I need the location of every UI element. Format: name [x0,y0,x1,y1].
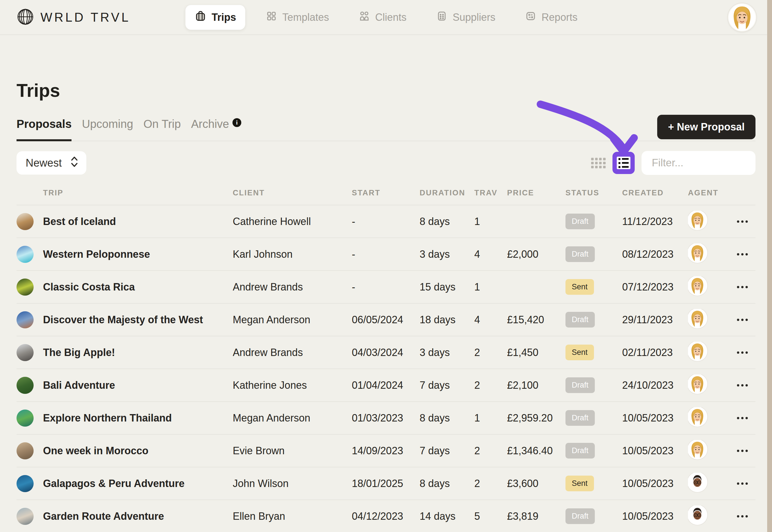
trips-table: TRIP CLIENT START DURATION TRAV PRICE ST… [17,179,755,532]
duration: 14 days [420,510,474,522]
row-menu-button[interactable] [737,319,755,321]
client-name: Katherine Jones [233,379,352,391]
trip-thumbnail [17,279,34,296]
created-date: 24/10/2023 [622,379,688,391]
table-row[interactable]: Classic Costa Rica Andrew Brands - 15 da… [17,271,755,304]
status-badge: Draft [565,246,595,262]
table-row[interactable]: The Big Apple! Andrew Brands 04/03/2024 … [17,336,755,369]
nav-item-clients[interactable]: Clients [350,5,416,29]
duration: 8 days [420,216,474,228]
start-date: - [352,281,420,293]
start-date: 01/03/2023 [352,412,420,424]
tab-bar: Proposals Upcoming On Trip Archivei [17,118,755,141]
col-duration: DURATION [420,189,474,197]
list-view-toggle[interactable] [612,152,635,174]
info-icon: i [232,118,241,127]
nav-item-suppliers[interactable]: Suppliers [427,5,505,29]
table-row[interactable]: Explore Northern Thailand Megan Anderson… [17,402,755,435]
table-body: Best of Iceland Catherine Howell - 8 day… [17,205,755,532]
status-badge: Draft [565,312,595,328]
created-date: 10/05/2023 [622,510,688,522]
tab-on-trip[interactable]: On Trip [143,118,181,141]
trip-name: The Big Apple! [43,347,233,359]
trip-name: Garden Route Adventure [43,510,233,522]
page-title: Trips [17,80,755,101]
travelers-count: 4 [474,314,507,326]
status-badge: Draft [565,377,595,393]
table-row[interactable]: Bali Adventure Katherine Jones 01/04/202… [17,369,755,402]
brand-name: WRLD TRVL [40,10,130,24]
start-date: - [352,248,420,260]
nav-item-trips[interactable]: Trips [185,5,245,30]
table-row[interactable]: Best of Iceland Catherine Howell - 8 day… [17,205,755,238]
row-menu-button[interactable] [737,253,755,255]
client-name: Andrew Brands [233,281,352,293]
travelers-count: 1 [474,412,507,424]
start-date: 18/01/2025 [352,478,420,490]
duration: 15 days [420,281,474,293]
nav-item-label: Trips [212,11,236,23]
table-row[interactable]: One week in Morocco Evie Brown 14/09/202… [17,435,755,467]
list-controls: Newest [17,151,755,175]
duration: 8 days [420,412,474,424]
tab-archive[interactable]: Archivei [191,118,241,141]
agent-avatar [688,244,707,262]
nav-item-templates[interactable]: Templates [257,5,338,29]
row-menu-button[interactable] [737,384,755,386]
client-name: Ellen Bryan [233,510,352,522]
trip-name: Discover the Majesty of the West [43,314,233,326]
agent-avatar [688,375,707,393]
client-name: Megan Anderson [233,412,352,424]
row-menu-button[interactable] [737,482,755,485]
scrollbar-strip[interactable] [767,0,772,532]
table-header: TRIP CLIENT START DURATION TRAV PRICE ST… [17,179,755,205]
row-menu-button[interactable] [737,220,755,223]
new-proposal-button[interactable]: + New Proposal [657,115,755,139]
nav-item-reports[interactable]: Reports [516,5,587,29]
agent-avatar [688,342,707,361]
created-date: 07/12/2023 [622,281,688,293]
table-row[interactable]: Discover the Majesty of the West Megan A… [17,304,755,336]
row-menu-button[interactable] [737,515,755,517]
col-status: STATUS [565,189,622,197]
table-row[interactable]: Garden Route Adventure Ellen Bryan 04/12… [17,500,755,532]
trip-name: Classic Costa Rica [43,281,233,293]
status-badge: Sent [565,476,594,491]
table-row[interactable]: Galapagos & Peru Adventure John Wilson 1… [17,467,755,500]
row-menu-button[interactable] [737,450,755,452]
col-created: CREATED [622,189,688,197]
tab-proposals[interactable]: Proposals [17,118,72,141]
grid-view-toggle[interactable] [591,158,606,168]
col-price: PRICE [507,189,565,197]
tabs-row: Proposals Upcoming On Trip Archivei + Ne… [17,118,755,141]
briefcase-icon [195,10,207,24]
table-row[interactable]: Western Peloponnese Karl Johnson - 3 day… [17,238,755,271]
trip-thumbnail [17,311,34,328]
trip-thumbnail [17,213,34,230]
row-menu-button[interactable] [737,417,755,419]
tab-upcoming[interactable]: Upcoming [82,118,133,141]
row-menu-button[interactable] [737,351,755,354]
nav-item-label: Templates [282,11,329,23]
start-date: 04/03/2024 [352,347,420,359]
list-icon [617,157,630,169]
filter-input[interactable] [642,151,755,175]
status-badge: Draft [565,443,595,459]
status-badge: Draft [565,214,595,229]
agent-avatar [688,407,707,426]
client-name: Evie Brown [233,445,352,457]
trip-thumbnail [17,442,34,459]
price: £2,100 [507,379,565,391]
duration: 7 days [420,379,474,391]
building-icon [436,10,448,24]
row-menu-button[interactable] [737,286,755,288]
trip-name: Western Peloponnese [43,248,233,260]
client-name: John Wilson [233,478,352,490]
sort-dropdown[interactable]: Newest [17,151,86,175]
user-avatar[interactable] [729,4,755,31]
duration: 3 days [420,248,474,260]
duration: 7 days [420,445,474,457]
primary-nav: Trips Templates [185,5,587,30]
grid-squares-icon [266,10,277,24]
travelers-count: 4 [474,248,507,260]
